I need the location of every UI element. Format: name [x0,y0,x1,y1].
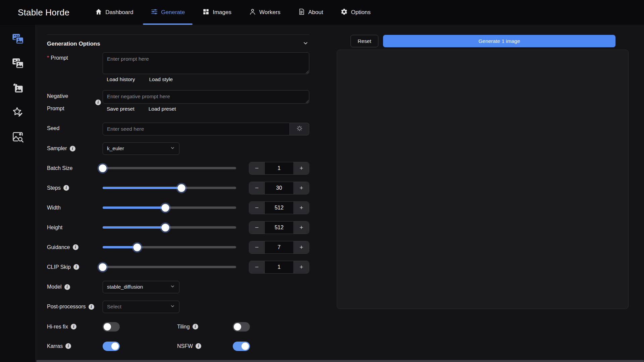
batch-size-slider[interactable] [103,162,236,175]
steps-slider[interactable] [103,182,236,194]
interrogate-icon [11,130,25,145]
resize-handle[interactable] [305,70,309,73]
nav-item-workers[interactable]: Workers [240,0,289,25]
nav-item-about[interactable]: About [289,0,332,25]
increment-button[interactable]: + [293,162,309,174]
info-icon[interactable]: i [193,324,198,329]
hires-fix-toggle[interactable] [103,322,120,331]
height-stepper: − 512 + [249,221,309,234]
decrement-button[interactable]: − [249,182,265,194]
steps-value[interactable]: 30 [265,182,293,194]
info-icon[interactable]: i [73,244,78,250]
width-row: Width − 512 + [47,201,309,214]
horizontal-scrollbar[interactable] [36,360,644,362]
load-preset-link[interactable]: Load preset [149,106,176,112]
slider-handle[interactable] [162,204,169,212]
seed-input[interactable] [103,123,290,135]
increment-button[interactable]: + [293,182,309,194]
home-icon [95,8,102,17]
info-icon[interactable]: i [71,324,76,329]
info-icon[interactable]: i [95,100,101,105]
width-slider[interactable] [103,201,236,214]
info-icon[interactable]: i [196,343,201,349]
guidance-label: Guidance [47,244,70,250]
nav-item-label: Options [351,9,371,16]
save-preset-link[interactable]: Save preset [107,106,135,112]
width-value[interactable]: 512 [265,202,293,214]
sampler-row: Sampler i k_euler [47,142,309,155]
generation-options-header[interactable]: Generation Options [47,35,309,52]
sidebar-item-text2img[interactable] [10,32,25,47]
nav-item-label: Generate [161,9,185,16]
prompt-row: * Prompt Load history Load style [47,52,309,82]
height-slider[interactable] [103,221,236,234]
prompt-input[interactable] [103,52,309,74]
negative-prompt-input[interactable] [103,90,309,104]
nav-item-options[interactable]: Options [332,0,379,25]
guidance-value[interactable]: 7 [265,241,293,253]
steps-label: Steps [47,185,61,191]
info-icon[interactable]: i [65,343,71,349]
seed-row: Seed [47,123,309,135]
tiling-toggle[interactable] [233,322,250,331]
batch-size-label: Batch Size [47,165,72,171]
nav-menu: Dashboard Generate Images Workers [86,0,379,25]
sidebar-item-rate[interactable] [10,106,25,120]
left-sidebar [0,25,36,362]
nav-item-label: Images [213,9,231,16]
nsfw-toggle[interactable] [233,342,250,351]
increment-button[interactable]: + [293,261,309,273]
slider-handle[interactable] [162,224,169,231]
nav-item-images[interactable]: Images [194,0,240,25]
decrement-button[interactable]: − [249,162,265,174]
decrement-button[interactable]: − [249,261,265,273]
clip-skip-slider[interactable] [103,261,236,274]
guidance-slider[interactable] [103,241,236,254]
sidebar-item-img2img[interactable] [10,57,25,71]
load-history-link[interactable]: Load history [107,76,135,82]
nav-item-dashboard[interactable]: Dashboard [86,0,142,25]
slider-handle[interactable] [177,184,185,192]
hires-fix-label: Hi-res fix [47,324,68,330]
clip-skip-stepper: − 1 + [249,261,309,274]
info-icon[interactable]: i [73,264,79,270]
slider-handle[interactable] [99,263,107,271]
inpainting-icon [11,81,25,96]
decrement-button[interactable]: − [249,222,265,234]
load-style-link[interactable]: Load style [149,76,173,82]
decrement-button[interactable]: − [249,241,265,253]
info-icon[interactable]: i [63,185,69,191]
clip-skip-value[interactable]: 1 [265,261,293,273]
sidebar-item-inpainting[interactable] [10,81,25,96]
slider-handle[interactable] [133,243,141,251]
slider-handle[interactable] [99,164,107,172]
chevron-down-icon [303,40,309,48]
sampler-select[interactable]: k_euler [103,142,179,155]
karras-toggle[interactable] [103,342,120,351]
resize-handle[interactable] [305,99,309,103]
output-panel [337,50,629,309]
increment-button[interactable]: + [293,202,309,214]
batch-size-value[interactable]: 1 [265,162,293,174]
app-brand: Stable Horde [18,7,69,18]
sidebar-item-interrogate[interactable] [10,130,25,145]
seed-label: Seed [47,125,59,131]
decrement-button[interactable]: − [249,202,265,214]
image-to-image-icon [11,56,25,72]
nav-item-generate[interactable]: Generate [142,0,194,25]
model-row: Model i stable_diffusion [47,281,309,293]
generate-button[interactable]: Generate 1 image [383,35,615,47]
model-select[interactable]: stable_diffusion [103,281,179,293]
reset-button[interactable]: Reset [351,35,378,47]
info-icon[interactable]: i [70,146,75,152]
increment-button[interactable]: + [293,241,309,253]
nsfw-label: NSFW [177,343,193,349]
info-icon[interactable]: i [64,284,70,290]
model-label: Model [47,284,62,290]
post-processors-select[interactable]: Select [103,301,179,313]
increment-button[interactable]: + [293,222,309,234]
info-icon[interactable]: i [89,304,94,310]
randomize-seed-button[interactable] [290,123,309,135]
karras-label: Karras [47,343,63,349]
height-value[interactable]: 512 [265,222,293,234]
